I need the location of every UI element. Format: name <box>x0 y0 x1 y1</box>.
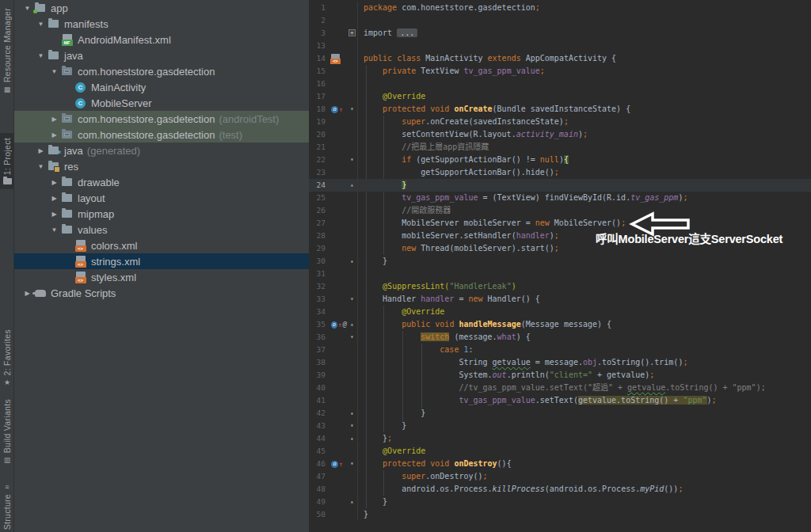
code-line-20[interactable]: 20 setContentView(R.layout.activity_main… <box>309 128 811 141</box>
code-line-18[interactable]: 18o↑▾ protected void onCreate(Bundle sav… <box>309 103 811 116</box>
tree-row-com-honeststore-gasdetection[interactable]: ▼com.honeststore.gasdetection <box>14 63 309 79</box>
fold-marker[interactable]: ▾ <box>347 154 358 166</box>
line-number[interactable]: 32 <box>309 280 329 293</box>
chevron-down-icon[interactable]: ▼ <box>48 68 61 75</box>
tool-window-button-favorites[interactable]: 2: Favorites★ <box>0 329 14 386</box>
override-method-icon[interactable]: o <box>331 321 337 329</box>
fold-marker[interactable]: ▴ <box>347 496 358 508</box>
line-number[interactable]: 40 <box>309 382 329 394</box>
fold-marker[interactable]: ▴ <box>347 432 358 445</box>
tree-row-drawable[interactable]: ▶drawable <box>14 174 309 190</box>
code-line-45[interactable]: 45 @Override <box>309 445 811 458</box>
code-line-3[interactable]: 3+import ... <box>309 27 811 40</box>
line-number[interactable]: 49 <box>309 496 329 508</box>
tree-row-gradle-scripts[interactable]: ▶Gradle Scripts <box>14 285 309 301</box>
code-line-37[interactable]: 37 case 1: <box>309 344 811 356</box>
line-number[interactable]: 35 <box>309 318 329 331</box>
line-number[interactable]: 1 <box>309 2 329 14</box>
tree-row-app[interactable]: ▼app <box>14 0 309 16</box>
line-number[interactable]: 46 <box>309 458 329 470</box>
code-line-2[interactable]: 2 <box>309 14 811 27</box>
tree-row-mainactivity[interactable]: CMainActivity <box>14 79 309 95</box>
chevron-down-icon[interactable]: ▼ <box>34 52 48 59</box>
code-line-36[interactable]: 36▾ switch (message.what) { <box>309 331 811 344</box>
code-line-27[interactable]: 27 MobileServer mobileServer = new Mobil… <box>309 217 811 230</box>
line-number[interactable]: 22 <box>309 154 329 166</box>
override-gutter-icon[interactable]: o↑ <box>329 458 347 470</box>
line-number[interactable]: 45 <box>309 445 329 458</box>
code-line-31[interactable]: 31 <box>309 268 811 280</box>
line-number[interactable]: 36 <box>309 331 329 344</box>
code-line-39[interactable]: 39 System.out.println("client=" + getval… <box>309 369 811 382</box>
code-line-14[interactable]: 14public class MainActivity extends AppC… <box>309 52 811 65</box>
line-number[interactable]: 13 <box>309 40 329 52</box>
android-resource-gutter-icon[interactable] <box>329 52 347 65</box>
code-line-46[interactable]: 46o↑▾ protected void onDestroy(){ <box>309 458 811 470</box>
line-number[interactable]: 43 <box>309 420 329 432</box>
tool-window-button-resource-manager[interactable]: Resource Manager▦ <box>0 8 14 93</box>
code-line-44[interactable]: 44▴ }; <box>309 432 811 445</box>
code-line-49[interactable]: 49▴ } <box>309 496 811 508</box>
line-number[interactable]: 41 <box>309 394 329 407</box>
tool-window-button-structure[interactable]: ≡7: Structure <box>0 483 14 532</box>
fold-marker[interactable]: ▴ <box>347 255 358 268</box>
line-number[interactable]: 18 <box>309 103 329 116</box>
code-line-41[interactable]: 41 tv_gas_ppm_value.setText(getvalue.toS… <box>309 394 811 407</box>
fold-marker[interactable]: ▾ <box>347 331 358 344</box>
code-line-23[interactable]: 23 getSupportActionBar().hide(); <box>309 166 811 179</box>
override-annotation-gutter-icon[interactable]: o↑@ <box>329 318 347 331</box>
chevron-right-icon[interactable]: ▶ <box>48 211 61 218</box>
tree-row-java[interactable]: ▼java <box>14 48 309 63</box>
tree-row-layout[interactable]: ▶layout <box>14 190 309 206</box>
code-line-21[interactable]: 21 //把最上層app資訊隱藏 <box>309 141 811 154</box>
code-line-47[interactable]: 47 super.onDestroy(); <box>309 470 811 483</box>
line-number[interactable]: 31 <box>309 268 329 280</box>
tree-row-styles-xml[interactable]: styles.xml <box>14 269 309 285</box>
line-number[interactable]: 48 <box>309 483 329 496</box>
code-line-42[interactable]: 42▴ } <box>309 407 811 420</box>
tree-row-com-honeststore-gasdetection[interactable]: ▶com.honeststore.gasdetection(test) <box>14 127 309 142</box>
tool-window-button-project[interactable]: 1: Project <box>0 133 14 189</box>
line-number[interactable]: 42 <box>309 407 329 420</box>
chevron-down-icon[interactable]: ▼ <box>48 226 61 234</box>
line-number[interactable]: 21 <box>309 141 329 154</box>
tree-row-java[interactable]: ▶java(generated) <box>14 142 309 158</box>
override-method-icon[interactable]: o <box>331 461 338 468</box>
code-line-35[interactable]: 35o↑@▴ public void handleMessage(Message… <box>309 318 811 331</box>
code-line-30[interactable]: 30▴ } <box>309 255 811 268</box>
tree-row-colors-xml[interactable]: colors.xml <box>14 238 309 253</box>
line-number[interactable]: 15 <box>309 65 329 78</box>
code-line-40[interactable]: 40 //tv_gas_ppm_value.setText("超過" + get… <box>309 382 811 394</box>
chevron-right-icon[interactable]: ▶ <box>48 179 61 186</box>
override-method-icon[interactable]: o <box>331 106 338 113</box>
line-number[interactable]: 29 <box>309 242 329 255</box>
line-number[interactable]: 3 <box>309 27 329 40</box>
code-line-32[interactable]: 32 @SuppressLint("HandlerLeak") <box>309 280 811 293</box>
tool-window-button-build-variants[interactable]: Build Variants▥ <box>0 399 14 464</box>
code-line-33[interactable]: 33▾ Handler handler = new Handler() { <box>309 293 811 306</box>
tree-row-strings-xml[interactable]: strings.xml <box>14 253 309 269</box>
tree-row-values[interactable]: ▼values <box>14 222 309 238</box>
code-line-13[interactable]: 13 <box>309 40 811 52</box>
fold-marker[interactable]: ▾ <box>347 103 358 116</box>
line-number[interactable]: 30 <box>309 255 329 268</box>
line-number[interactable]: 24 <box>309 179 329 192</box>
line-number[interactable]: 44 <box>309 432 329 445</box>
fold-marker[interactable]: ▾ <box>347 293 358 306</box>
code-line-16[interactable]: 16 <box>309 78 811 90</box>
line-number[interactable]: 38 <box>309 356 329 369</box>
code-line-15[interactable]: 15 private TextView tv_gas_ppm_value; <box>309 65 811 78</box>
fold-marker[interactable]: + <box>347 27 358 40</box>
chevron-right-icon[interactable]: ▶ <box>48 195 61 202</box>
line-number[interactable]: 28 <box>309 230 329 242</box>
line-number[interactable]: 14 <box>309 52 329 65</box>
code-line-43[interactable]: 43▾ } <box>309 420 811 432</box>
override-gutter-icon[interactable]: o↑ <box>329 103 347 116</box>
chevron-down-icon[interactable]: ▼ <box>21 5 34 12</box>
line-number[interactable]: 37 <box>309 344 329 356</box>
line-number[interactable]: 20 <box>309 128 329 141</box>
tree-row-res[interactable]: ▼res <box>14 158 309 174</box>
code-line-24[interactable]: 24▴ } <box>309 179 811 192</box>
line-number[interactable]: 17 <box>309 90 329 103</box>
line-number[interactable]: 16 <box>309 78 329 90</box>
